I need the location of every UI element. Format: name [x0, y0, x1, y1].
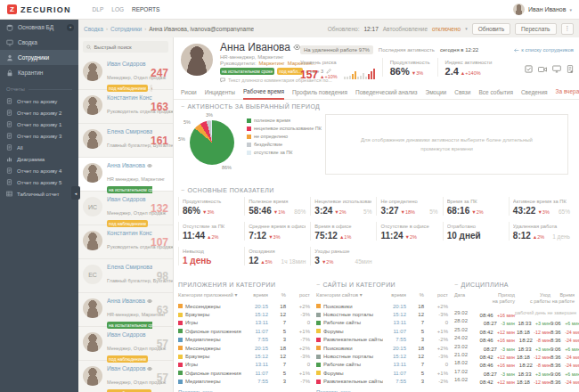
- time-link[interactable]: 7:55: [245, 337, 268, 342]
- table-row[interactable]: Развлекательные сайты 7:55 3 -2%: [316, 336, 448, 344]
- time-link[interactable]: 20:15: [383, 304, 406, 309]
- user-menu[interactable]: Иван Иванов ▾: [513, 4, 572, 15]
- table-row[interactable]: 29.02 08:46 +16 мин рабочий день не заве…: [454, 305, 575, 313]
- sidebar-item-diagram[interactable]: Диаграмма: [0, 153, 78, 165]
- camera-icon[interactable]: [538, 66, 547, 73]
- tab-details[interactable]: Сведения: [521, 89, 548, 99]
- sidebar-item-quarantine[interactable]: Карантин: [0, 65, 78, 80]
- more-actions-button[interactable]: ⋮: [561, 23, 575, 35]
- breadcrumb-employees[interactable]: Сотрудники: [110, 26, 142, 32]
- sidebar-item-archive-report-3[interactable]: Отчет по архиву 3: [0, 130, 78, 142]
- time-link[interactable]: 7:55: [383, 337, 406, 342]
- sidebar-item-archive-report-1[interactable]: Отчет по архиву 1: [0, 118, 78, 130]
- collapse-toggle[interactable]: −: [454, 282, 459, 288]
- period-selector[interactable]: За вчера ▾: [556, 88, 579, 99]
- menu-dlp[interactable]: DLP: [93, 6, 104, 12]
- sidebar-item-archive-report[interactable]: Отчет по архиву: [0, 95, 78, 107]
- employee-search[interactable]: [83, 41, 168, 53]
- employee-list-item[interactable]: Иван Сидоров Менеджер, Отдел продаж под …: [78, 327, 173, 361]
- employee-list-item[interactable]: ИС Иван Сидоров Менеджер, Отдел продаж п…: [78, 192, 173, 225]
- sidebar-item-archive-report-5[interactable]: Отчет по архиву 5: [0, 176, 78, 188]
- time-link[interactable]: 11:07: [245, 371, 268, 376]
- time-link[interactable]: 20:15: [383, 346, 406, 351]
- table-row[interactable]: Форумы 11:07 5 +1%: [316, 369, 448, 377]
- time-link[interactable]: 15:12: [245, 312, 268, 317]
- col-time[interactable]: время: [245, 292, 268, 298]
- time-link[interactable]: 11:07: [245, 329, 268, 334]
- table-row[interactable]: Мессенджеры 20:15 18 +2%: [178, 344, 310, 352]
- table-row[interactable]: Рабочие сайты 13:11 7 0: [316, 361, 448, 369]
- table-row[interactable]: Новостные порталы 15:12 12 -3%: [316, 352, 448, 360]
- table-row[interactable]: Новостные порталы 15:12 12 -3%: [316, 310, 448, 318]
- sidebar-item-table-report[interactable]: Табличный отчет: [0, 188, 78, 200]
- table-row[interactable]: Рабочие сайты 13:11 7 0: [316, 319, 448, 327]
- time-link[interactable]: 13:11: [245, 362, 268, 367]
- table-row[interactable]: Поисковики 20:15 18 +2%: [316, 302, 448, 310]
- table-row[interactable]: Офисные приложения 11:07 5 +1%: [178, 369, 310, 377]
- table-row[interactable]: Игры 13:11 7 0: [178, 361, 310, 369]
- table-row[interactable]: Браузеры 15:12 12 -3%: [178, 352, 310, 360]
- tab-behavior-analysis[interactable]: Поведенческий анализ: [355, 89, 418, 99]
- tab-all-events[interactable]: Все события: [478, 89, 512, 99]
- manager-link[interactable]: Маркетинг: [259, 61, 285, 66]
- sidebar-item-employees[interactable]: Сотрудники: [0, 50, 78, 65]
- table-row[interactable]: Развлекательные сайты 7:55 3 -2%: [316, 378, 448, 386]
- time-link[interactable]: 7:55: [245, 379, 268, 384]
- time-link[interactable]: 11:07: [383, 371, 406, 376]
- col-pct[interactable]: %: [406, 292, 424, 298]
- col-pct[interactable]: %: [268, 292, 286, 298]
- sidebar-item-archive-report-4[interactable]: Отчет по архиву 4: [0, 165, 78, 176]
- col-time[interactable]: время: [383, 292, 406, 298]
- col-growth[interactable]: рост: [286, 292, 310, 298]
- time-link[interactable]: 20:15: [245, 304, 268, 309]
- employee-list-item[interactable]: Константин Констан... Руководитель отдел…: [78, 225, 173, 259]
- table-row[interactable]: Поисковики 20:15 18 +2%: [316, 344, 448, 352]
- collapse-toggle[interactable]: −: [316, 282, 321, 288]
- report-file-icon[interactable]: [567, 65, 574, 73]
- table-row[interactable]: Офисные приложения 11:07 5 +1%: [178, 327, 310, 335]
- tab-connections[interactable]: Связи: [454, 89, 470, 99]
- time-link[interactable]: 20:15: [245, 346, 268, 351]
- tab-emotions[interactable]: Эмоции: [426, 89, 447, 99]
- time-link[interactable]: 15:12: [383, 312, 406, 317]
- tab-behavior-profile[interactable]: Профиль поведения: [292, 89, 347, 99]
- autorefresh-state[interactable]: отключено: [432, 26, 461, 32]
- employee-list-item[interactable]: Константин Констан... Руководитель отдел…: [78, 90, 173, 124]
- col-growth[interactable]: рост: [424, 292, 448, 298]
- monitor-icon[interactable]: [552, 65, 561, 73]
- time-link[interactable]: 15:12: [245, 354, 268, 359]
- refresh-button[interactable]: Обновить: [472, 23, 510, 35]
- table-row[interactable]: Медиаплееры 7:55 3 -7%: [178, 378, 310, 386]
- table-row[interactable]: Форумы 11:07 5 +1%: [316, 327, 448, 335]
- table-row[interactable]: Браузеры 15:12 12 -3%: [178, 310, 310, 318]
- menu-reports[interactable]: REPORTS: [132, 6, 159, 12]
- col-category[interactable]: Категории приложений ▾: [178, 292, 245, 298]
- collapse-toggle[interactable]: −: [181, 187, 185, 193]
- table-row[interactable]: Мессенджеры 20:15 18 +2%: [178, 302, 310, 310]
- tab-working-time[interactable]: Рабочее время: [243, 88, 284, 100]
- sidebar-item-main-db[interactable]: Основная БД ▾: [0, 20, 78, 35]
- sidebar-item-overview[interactable]: Сводка: [0, 35, 78, 50]
- search-input[interactable]: [94, 45, 165, 50]
- employee-list-item[interactable]: Иван Сидоров Менеджер, Отдел продаж под …: [78, 361, 173, 392]
- tab-risks[interactable]: Риски: [181, 89, 197, 99]
- time-link[interactable]: 13:11: [383, 320, 406, 325]
- time-link[interactable]: 15:12: [383, 354, 406, 359]
- employee-list-item[interactable]: Анна Иванова HR-менеджер, Маркетинг на и…: [78, 293, 173, 327]
- checkbox-icon[interactable]: [525, 65, 533, 73]
- employee-list-item[interactable]: Анна Иванова HR менеджер, Маркетинг на и…: [78, 158, 173, 192]
- forward-button[interactable]: Переслать: [515, 23, 556, 35]
- employee-list-item[interactable]: Иван Сидоров Менеджер, Отдел продаж под …: [78, 56, 173, 90]
- collapse-toggle[interactable]: −: [181, 103, 185, 110]
- sidebar-item-archive-report-2[interactable]: Отчет по архиву 2: [0, 107, 78, 118]
- tab-incidents[interactable]: Инциденты: [205, 89, 235, 99]
- employee-list-item[interactable]: Елена Смирнова Главный бухгалтер, Бухгал…: [78, 124, 173, 158]
- sidebar-collapse-handle[interactable]: ◂: [71, 186, 80, 200]
- time-link[interactable]: 13:11: [383, 362, 406, 367]
- time-link[interactable]: 13:11: [245, 320, 268, 325]
- col-category[interactable]: Категории сайтов ▾: [316, 292, 383, 298]
- menu-log[interactable]: LOG: [111, 6, 124, 12]
- time-link[interactable]: 11:07: [383, 329, 406, 334]
- zecurion-logo[interactable]: Z ZECURION: [7, 4, 71, 14]
- table-row[interactable]: Медиаплееры 7:55 3 -7%: [178, 336, 310, 344]
